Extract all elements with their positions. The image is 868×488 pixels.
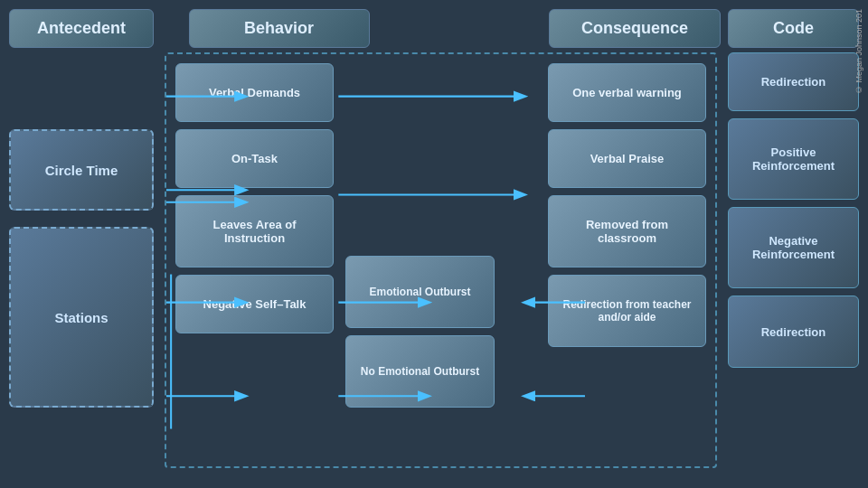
stations-box: Stations [9,227,154,408]
header-behavior: Behavior [189,9,370,48]
redirection2-box: Redirection [728,296,859,368]
verbal-praise-box: Verbal Praise [548,129,706,188]
redirection1-box: Redirection [728,52,859,111]
copyright-text: © Megan Johnson 201 [854,9,863,94]
header-code: Code [728,9,859,48]
code-column: Redirection Positive Reinforcement Negat… [728,52,859,468]
circle-time-box: Circle Time [9,129,154,211]
verbal-demands-box: Verbal Demands [175,63,334,122]
header-row: Antecedent Behavior Consequence Code [0,0,868,52]
emotional-outburst-box: Emotional Outburst [345,256,495,328]
positive-reinforcement-box: Positive Reinforcement [728,118,859,200]
removed-from-classroom-box: Removed from classroom [548,195,706,267]
antecedent-column: Circle Time Stations [9,52,154,468]
negative-self-talk-box: Negative Self–Talk [175,275,334,333]
no-emotional-outburst-box: No Emotional Outburst [345,335,495,408]
one-verbal-warning-box: One verbal warning [548,63,706,122]
redirection-from-teacher-box: Redirection from teacher and/or aide [548,275,706,347]
leaves-area-box: Leaves Area of Instruction [175,195,334,267]
negative-reinforcement-box: Negative Reinforcement [728,207,859,288]
header-consequence: Consequence [549,9,721,48]
on-task-box: On-Task [175,129,334,188]
header-antecedent: Antecedent [9,9,154,48]
